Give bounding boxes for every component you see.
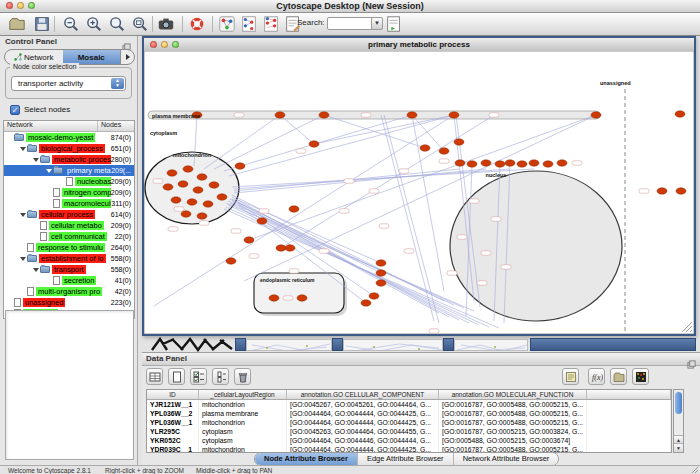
tree-expand-arrow[interactable]: [19, 257, 27, 261]
table-row[interactable]: YLR295Ccytoplasm[GO:0045263, GO:0044464,…: [147, 427, 671, 436]
tab-node-attribute-browser[interactable]: Node Attribute Browser: [255, 453, 358, 465]
network-node[interactable]: [269, 295, 279, 301]
network-node[interactable]: [420, 145, 430, 151]
tree-expand-arrow[interactable]: [19, 147, 27, 151]
network-node[interactable]: [203, 201, 213, 207]
tree-row-unassigned[interactable]: unassigned223(0): [4, 297, 134, 308]
tab-network-attribute-browser[interactable]: Network Attribute Browser: [454, 453, 559, 465]
notes-icon[interactable]: [562, 368, 579, 385]
zoom-in-icon[interactable]: [85, 15, 103, 33]
tree-row-cell-communicat[interactable]: cell communicat22(0): [4, 231, 134, 242]
tree-row-establishment-of-lo[interactable]: establishment of lo558(0): [4, 253, 134, 264]
network-node[interactable]: [455, 160, 465, 166]
column-header[interactable]: ID: [147, 390, 199, 399]
network-node[interactable]: [193, 187, 203, 193]
table-row[interactable]: YPL036W__2plasma membrane[GO:0044464, GO…: [147, 409, 671, 418]
network-node[interactable]: [543, 161, 553, 167]
network-node[interactable]: [235, 163, 245, 169]
network-node[interactable]: [591, 112, 601, 118]
tree-row-nucleobase-[interactable]: nucleobase-209(0): [4, 176, 134, 187]
network-node[interactable]: [297, 295, 307, 301]
network-node[interactable]: [197, 174, 207, 180]
tree-row-macromolecule[interactable]: macromolecule311(0): [4, 198, 134, 209]
tree-expand-arrow[interactable]: [19, 213, 27, 217]
zoom-out-icon[interactable]: [62, 15, 80, 33]
network-node[interactable]: [289, 206, 299, 212]
tree-row-secretion[interactable]: secretion41(0): [4, 275, 134, 286]
column-header[interactable]: annotation.GO MOLECULAR_FUNCTION: [439, 390, 587, 399]
delete-icon[interactable]: [234, 368, 251, 385]
network-node[interactable]: [376, 260, 386, 266]
help-icon[interactable]: [188, 15, 206, 33]
network-node[interactable]: [163, 184, 173, 190]
tree-row-nitrogen-compo[interactable]: nitrogen compo209(0): [4, 187, 134, 198]
tab-network[interactable]: Network: [5, 50, 63, 64]
network-node[interactable]: [209, 182, 219, 188]
save-icon[interactable]: [33, 15, 51, 33]
tree-row-biological-process[interactable]: biological_process651(0): [4, 143, 134, 154]
network-node[interactable]: [676, 188, 686, 194]
network-node[interactable]: [319, 112, 329, 118]
network-node[interactable]: [407, 112, 417, 118]
tree-expand-arrow[interactable]: [45, 169, 53, 173]
network-node[interactable]: [439, 148, 449, 154]
network-node[interactable]: [285, 245, 295, 251]
tree-row-mosaic-demo-yeast[interactable]: mosaic-demo-yeast874(0): [4, 132, 134, 143]
close-network-window-button[interactable]: [150, 41, 157, 48]
tree-row-primary-metabo[interactable]: primary metabo209(...: [4, 165, 134, 176]
search-input[interactable]: [327, 17, 374, 30]
network-node[interactable]: [505, 160, 515, 166]
zoom-network-window-button[interactable]: [172, 41, 179, 48]
scrollbar-thumb[interactable]: [675, 392, 682, 414]
column-icon[interactable]: [212, 368, 229, 385]
new-page-icon[interactable]: [168, 368, 185, 385]
tree-row-multi-organism-pro[interactable]: multi-organism pro42(0): [4, 286, 134, 297]
network-canvas[interactable]: plasma membranecytoplasmmitochondrionnuc…: [144, 51, 694, 334]
network-node[interactable]: [257, 218, 267, 224]
network-node[interactable]: [217, 194, 227, 200]
network-node[interactable]: [557, 160, 567, 166]
tree-row-transport[interactable]: transport558(0): [4, 264, 134, 275]
network-window-titlebar[interactable]: primary metabolic process: [144, 38, 694, 52]
birds-eye-view[interactable]: [5, 310, 134, 460]
tab-edge-attribute-browser[interactable]: Edge Attribute Browser: [358, 453, 454, 465]
scroll-down-arrow[interactable]: ▼: [674, 443, 683, 452]
network-node[interactable]: [449, 112, 459, 118]
network-node[interactable]: [171, 197, 181, 203]
network-node[interactable]: [517, 161, 527, 167]
tree-row-cellular-metabo[interactable]: cellular metabo209(0): [4, 220, 134, 231]
color-attribute-dropdown[interactable]: transporter activity ▲▼: [11, 76, 126, 91]
table-icon[interactable]: [146, 368, 163, 385]
network-node[interactable]: [178, 181, 188, 187]
network-node[interactable]: [226, 258, 236, 264]
network-node[interactable]: [467, 161, 477, 167]
network-node[interactable]: [167, 170, 177, 176]
layout-icon[interactable]: [240, 15, 258, 33]
open-icon[interactable]: [8, 15, 26, 33]
network-node[interactable]: [495, 161, 505, 167]
float-panel-icon[interactable]: [687, 355, 696, 373]
network-node[interactable]: [369, 293, 379, 299]
minimize-network-window-button[interactable]: [161, 41, 168, 48]
zoom-selected-icon[interactable]: [108, 15, 126, 33]
tree-expand-arrow[interactable]: [32, 268, 40, 272]
column-header[interactable]: [587, 390, 671, 399]
table-scrollbar[interactable]: ▲ ▼: [673, 389, 684, 453]
function-icon[interactable]: f(x): [588, 368, 605, 385]
vizmapper-icon[interactable]: [218, 15, 236, 33]
table-row[interactable]: YJR121W__1mitochondrion[GO:0045267, GO:0…: [147, 400, 671, 409]
tree-row-response-to-stimulu[interactable]: response to stimulu264(0): [4, 242, 134, 253]
network-node[interactable]: [657, 188, 667, 194]
network-node[interactable]: [361, 300, 371, 306]
tab-overflow-arrow[interactable]: [120, 50, 134, 64]
column-header[interactable]: annotation.GO CELLULAR_COMPONENT: [287, 390, 439, 399]
camera-icon[interactable]: [157, 15, 175, 33]
network-node[interactable]: [454, 139, 464, 145]
search-dropdown-arrow[interactable]: ▼: [371, 17, 383, 30]
column-header[interactable]: _cellularLayoutRegion: [199, 390, 287, 399]
tab-mosaic[interactable]: Mosaic: [63, 50, 121, 64]
table-row[interactable]: YKR052Ccytoplasm[GO:0044464, GO:0044446,…: [147, 436, 671, 445]
plugin-icon[interactable]: [385, 15, 403, 33]
attribute-table-header[interactable]: ID_cellularLayoutRegionannotation.GO CEL…: [147, 390, 671, 400]
network-node[interactable]: [376, 280, 386, 286]
